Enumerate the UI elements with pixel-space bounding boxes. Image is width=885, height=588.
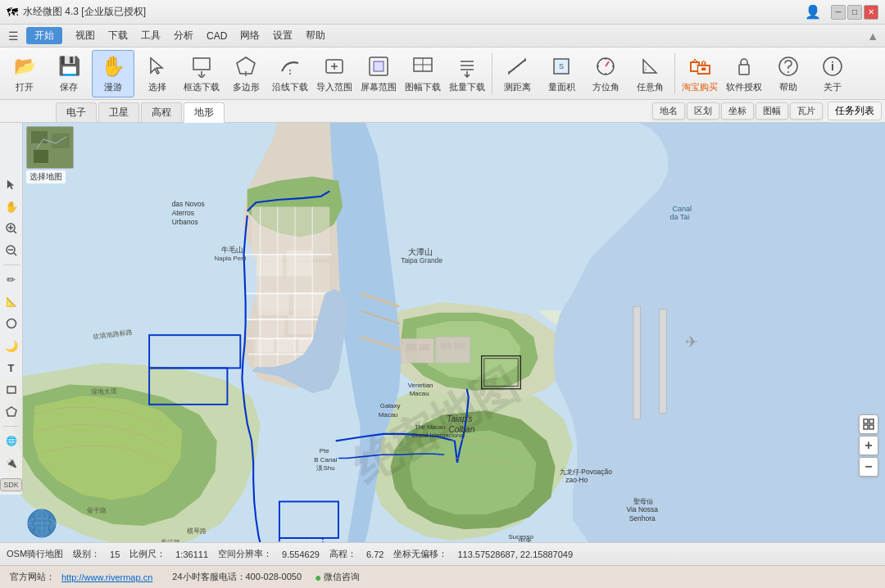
taobao-button[interactable]: 🛍 淘宝购买 xyxy=(678,50,721,97)
svg-text:Senhora: Senhora xyxy=(629,514,656,522)
moon-tool[interactable]: 🌙 xyxy=(2,336,21,355)
frame-download-button[interactable]: 框选下载 xyxy=(180,50,223,97)
ctrl-placename[interactable]: 地名 xyxy=(652,102,685,120)
polygon-button[interactable]: 多边形 xyxy=(225,50,267,97)
svg-text:九龙仔·Povoação: 九龙仔·Povoação xyxy=(560,468,612,476)
zoom-out-button[interactable]: − xyxy=(859,457,878,477)
wechat-label[interactable]: ● 微信咨询 xyxy=(315,571,360,584)
tab-elevation[interactable]: 高程 xyxy=(141,102,182,122)
measure-area-button[interactable]: S 量面积 xyxy=(540,50,583,97)
svg-rect-29 xyxy=(288,315,313,334)
tab-electronic[interactable]: 电子 xyxy=(56,102,97,122)
menu-item-tools[interactable]: 工具 xyxy=(134,26,167,45)
user-icon: 👤 xyxy=(805,4,821,20)
menu-item-cad[interactable]: CAD xyxy=(200,28,234,44)
hamburger-menu[interactable]: ☰ xyxy=(3,26,23,46)
menu-item-view[interactable]: 视图 xyxy=(69,26,102,45)
select-map-label[interactable]: 选择地图 xyxy=(26,170,66,183)
roam-icon: ✋ xyxy=(100,53,126,79)
frame-download2-button[interactable]: 图幅下载 xyxy=(402,50,444,97)
svg-text:da Tai: da Tai xyxy=(669,213,689,221)
select-tool[interactable] xyxy=(2,174,21,194)
menu-item-download[interactable]: 下载 xyxy=(102,26,134,45)
zoom-in-button[interactable]: + xyxy=(859,436,878,455)
svg-text:淡Shu: 淡Shu xyxy=(316,464,334,472)
open-label: 打开 xyxy=(16,81,34,93)
menu-item-help[interactable]: 帮助 xyxy=(299,26,332,45)
menu-item-settings[interactable]: 设置 xyxy=(266,26,299,45)
start-menu-button[interactable]: 开始 xyxy=(26,27,62,44)
svg-rect-27 xyxy=(293,292,324,316)
frame-download2-label: 图幅下载 xyxy=(405,81,441,93)
open-button[interactable]: 📂 打开 xyxy=(3,50,46,97)
svg-rect-122 xyxy=(869,419,874,423)
tab-satellite[interactable]: 卫星 xyxy=(98,102,139,122)
svg-text:Taipa Grande: Taipa Grande xyxy=(401,256,442,265)
batch-download-button[interactable]: 批量下载 xyxy=(446,50,488,97)
roam-button[interactable]: ✋ 漫游 xyxy=(92,50,134,97)
map-thumbnail[interactable] xyxy=(26,126,74,169)
zoom-in-tool[interactable] xyxy=(2,219,21,238)
map-container[interactable]: ✈ xyxy=(0,123,885,542)
menu-item-network[interactable]: 网络 xyxy=(234,26,266,45)
close-button[interactable]: ✕ xyxy=(864,5,878,20)
rect-tool[interactable] xyxy=(2,380,21,400)
auth-button[interactable]: 软件授权 xyxy=(723,50,765,97)
line-download-button[interactable]: 沿线下载 xyxy=(269,50,311,97)
bearing-label: 方位角 xyxy=(592,81,620,93)
poly-tool[interactable] xyxy=(2,402,21,422)
menu-item-analysis[interactable]: 分析 xyxy=(167,26,200,45)
svg-rect-52 xyxy=(660,309,666,413)
text-tool[interactable]: T xyxy=(2,358,21,378)
minimize-button[interactable]: ─ xyxy=(831,5,846,20)
plugin-tool[interactable]: 🔌 xyxy=(2,453,21,473)
draw-tool[interactable]: ✏ xyxy=(2,269,21,289)
measure-dist-button[interactable]: 测距离 xyxy=(496,50,538,97)
status-scale-label: 比例尺： xyxy=(129,548,166,560)
auth-label: 软件授权 xyxy=(726,81,762,93)
svg-text:香江路: 香江路 xyxy=(161,539,180,542)
help-button[interactable]: 帮助 xyxy=(767,50,810,97)
import-range-button[interactable]: 导入范围 xyxy=(313,50,356,97)
globe-button[interactable] xyxy=(26,508,57,539)
statusbar: OSM骑行地图 级别： 15 比例尺： 1:36111 空间分辨率： 9.554… xyxy=(0,542,885,565)
bearing-button[interactable]: 方位角 xyxy=(584,50,627,97)
layer-tool[interactable]: 🌐 xyxy=(2,431,21,450)
select-button[interactable]: 选择 xyxy=(136,50,179,97)
maximize-button[interactable]: □ xyxy=(847,5,862,20)
map-background: ✈ xyxy=(0,123,885,542)
task-list-tab[interactable]: 任务列表 xyxy=(828,102,882,120)
polygon-label: 多边形 xyxy=(233,81,260,93)
svg-rect-44 xyxy=(406,344,417,351)
tab-terrain[interactable]: 地形 xyxy=(184,102,225,123)
status-coord: 113.57528687, 22.15887049 xyxy=(457,550,573,559)
measure-dist-label: 测距离 xyxy=(504,81,531,93)
measure-tool[interactable]: 📐 xyxy=(2,292,21,311)
batch-download-label: 批量下载 xyxy=(449,81,485,93)
roam-tool[interactable]: ✋ xyxy=(2,197,21,216)
ctrl-tile[interactable]: 瓦片 xyxy=(790,102,823,120)
svg-text:大潭山: 大潭山 xyxy=(408,247,433,256)
website-link[interactable]: http://www.rivermap.cn xyxy=(61,572,152,582)
svg-text:Macau: Macau xyxy=(410,390,429,397)
about-button[interactable]: i 关于 xyxy=(811,50,854,97)
measure-dist-icon xyxy=(504,53,530,79)
ctrl-frame[interactable]: 图幅 xyxy=(756,102,788,120)
ctrl-coordinate[interactable]: 坐标 xyxy=(721,102,754,120)
zoom-controls: + − xyxy=(859,414,878,477)
zoom-out-tool[interactable] xyxy=(2,241,21,260)
batch-download-icon xyxy=(454,53,480,79)
status-resolution-label: 空间分辨率： xyxy=(218,548,272,560)
import-range-icon xyxy=(321,53,347,79)
ctrl-division[interactable]: 区划 xyxy=(687,102,719,120)
screen-range-button[interactable]: 屏幕范围 xyxy=(357,50,400,97)
menu-collapse-arrow[interactable]: ▲ xyxy=(864,29,882,43)
svg-point-118 xyxy=(7,319,16,328)
fullscreen-zoom-button[interactable] xyxy=(859,414,878,434)
task-angle-button[interactable]: 任意角 xyxy=(629,50,671,97)
sdk-btn[interactable]: SDK xyxy=(0,478,22,491)
save-button[interactable]: 💾 保存 xyxy=(48,50,90,97)
circle-tool[interactable] xyxy=(2,314,21,333)
svg-rect-51 xyxy=(633,306,640,419)
status-coord-label: 坐标无偏移： xyxy=(393,548,447,560)
